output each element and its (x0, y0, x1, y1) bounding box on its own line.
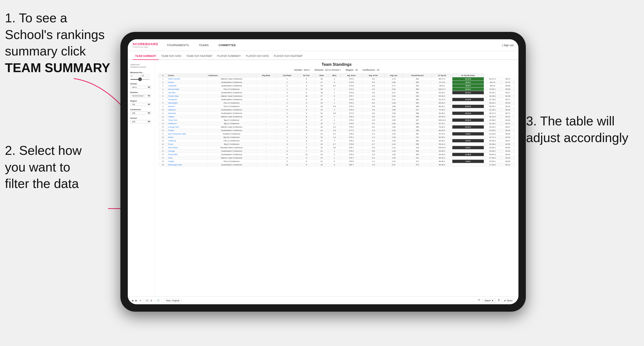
cell-school[interactable]: Vanderbilt (167, 84, 207, 88)
cell-data: 104-42-3 (432, 119, 452, 122)
cell-data: 82-25-1 (432, 136, 452, 139)
cell-data: - (256, 163, 276, 167)
table-row: 5Ole MissSoutheastern Conference-3618127… (159, 91, 515, 94)
cell-school[interactable]: New Mexico (167, 146, 207, 150)
toolbar-right: 👁 Watch ▼ ⊞ ⬈ Share (478, 299, 515, 303)
table-area: Team Standings Gender: Men's Division: N… (155, 60, 518, 296)
cell-data: 2 (328, 122, 340, 125)
nav-tournaments[interactable]: TOURNAMENTS (166, 44, 190, 47)
school-select[interactable]: (All) (130, 120, 151, 123)
sub-nav: TEAM SUMMARY TEAM H2H GRID TEAM H2H HEAT… (128, 51, 518, 60)
cell-school[interactable]: Washington (167, 101, 207, 105)
cell-data: 1 (328, 115, 340, 119)
view-original-button[interactable]: View: Original (164, 299, 182, 303)
cell-school[interactable]: Tennessee (167, 98, 207, 101)
tab-player-h2h-grid[interactable]: PLAYER H2H GRID (244, 55, 272, 60)
rpi-range-slider[interactable] (130, 79, 150, 80)
col-conference[interactable]: Conference (207, 74, 256, 77)
forward-icon[interactable]: ▶ (136, 299, 137, 302)
cell-school[interactable]: Oklahoma (167, 122, 207, 125)
col-reg-rank[interactable]: Reg Rank (256, 74, 276, 77)
grid-icon[interactable]: ⊞ (498, 299, 500, 303)
col-adj-score[interactable]: Adj. Score (340, 74, 362, 77)
col-rank[interactable]: # (159, 74, 167, 77)
col-school[interactable]: School (167, 74, 207, 77)
cell-school[interactable]: Florida (167, 129, 207, 132)
cell-school[interactable]: East Tennessee State (167, 132, 207, 136)
cell-data: 262 (403, 77, 432, 81)
cell-school[interactable]: Georgia Tech (167, 125, 207, 129)
gender-select[interactable]: Men's (130, 86, 151, 89)
sign-out[interactable]: | Sign out (502, 44, 514, 47)
cell-data: 275.7 (340, 94, 362, 98)
col-vs-top25[interactable]: Vs Top 25 (432, 74, 452, 77)
cell-school[interactable]: Auburn (167, 81, 207, 84)
filter-region: Region N/A (130, 100, 152, 106)
col-rnds[interactable]: Rnds (315, 74, 328, 77)
cell-data: 61-21-0 (432, 98, 452, 101)
eye-icon[interactable]: 👁 (478, 299, 480, 303)
cell-school[interactable]: Ole Miss (167, 91, 207, 94)
tab-player-summary[interactable]: PLAYER SUMMARY (215, 55, 244, 60)
col-overall[interactable]: Overall Record (403, 74, 432, 77)
cell-school[interactable]: Alabama (167, 108, 207, 112)
cell-school[interactable]: Arkansas (167, 112, 207, 115)
cell-school[interactable]: Arizona (167, 105, 207, 108)
tab-team-summary[interactable]: TEAM SUMMARY (133, 55, 159, 60)
max-rpi-input[interactable] (141, 74, 150, 77)
col-vs-top50[interactable]: Vs Top 50 Points (452, 74, 484, 77)
refresh-icon[interactable]: ↺ (139, 299, 141, 302)
cell-school[interactable]: Texas (167, 143, 207, 146)
col-wins[interactable]: Wins (328, 74, 340, 77)
col-avg-to-par[interactable]: Avg. to Par (362, 74, 384, 77)
share-icon[interactable]: ⬜ (146, 299, 148, 302)
cell-data: 20 (315, 143, 328, 146)
table-row: 7TennesseeSoutheastern Conference-481622… (159, 98, 515, 101)
cell-data: - (256, 125, 276, 129)
share-button[interactable]: ⬈ Share (502, 299, 515, 303)
tab-team-h2h-grid[interactable]: TEAM H2H GRID (159, 55, 184, 60)
col-conf-rank[interactable]: Conf Rank (276, 74, 298, 77)
cell-data: 8 (298, 108, 315, 112)
tab-player-h2h-heatmap[interactable]: PLAYER H2H HEATMAP (271, 55, 305, 60)
cell-data: -4.4 (362, 94, 384, 98)
cell-data: 221 (403, 156, 432, 160)
cell-data: 4.2 (328, 125, 340, 129)
cell-school[interactable]: Texas Tech (167, 119, 207, 122)
cell-school[interactable]: Illinois (167, 136, 207, 139)
col-no-tour[interactable]: No Tour (298, 74, 315, 77)
col-avg-low[interactable]: Avg Low (384, 74, 403, 77)
cell-school[interactable]: Duke (167, 156, 207, 160)
division-select[interactable]: NCAA Division I (130, 94, 151, 97)
cell-data: 27 (315, 119, 328, 122)
cell-school[interactable]: Florida State (167, 94, 207, 98)
instruction-3: 3. The table will adjust accordingly (526, 113, 639, 146)
cell-school[interactable]: Virginia (167, 115, 207, 119)
cell-school[interactable]: North Carolina (167, 77, 207, 81)
cell-data: Big Ten Conference (207, 136, 256, 139)
cell-school[interactable]: Mississippi State (167, 163, 207, 167)
cell-data: 39-23-1 (484, 105, 501, 108)
clock-icon[interactable]: 🕐 (156, 299, 160, 302)
cell-data: 278.2 (340, 139, 362, 143)
cell-school[interactable]: Texas A&M (167, 153, 207, 156)
cell-school[interactable]: Oregon (167, 160, 207, 163)
add-tab-icon[interactable]: ⊕ (150, 299, 152, 302)
cell-school[interactable]: California (167, 139, 207, 143)
min-rpi-input[interactable] (130, 74, 139, 77)
watch-button[interactable]: Watch ▼ (482, 299, 496, 303)
cell-data: 82.39 (501, 94, 515, 98)
cell-school[interactable]: Arizona State (167, 88, 207, 91)
tab-team-h2h-heatmap[interactable]: TEAM H2H HEATMAP (184, 55, 215, 60)
cell-data: 80.84 (501, 146, 515, 150)
conference-select[interactable]: (All) (130, 111, 151, 115)
table-row: 16FloridaSoutheastern Conference-79242.9… (159, 129, 515, 132)
table-row: 20TexasBig 12 Conference-37200.7276.8-0.… (159, 143, 515, 146)
back-icon[interactable]: ◀ (132, 299, 134, 302)
nav-committee[interactable]: COMMITTEE (218, 44, 237, 47)
region-select[interactable]: N/A (130, 103, 151, 106)
cell-school[interactable]: Georgia (167, 150, 207, 153)
nav-teams[interactable]: TEAMS (198, 44, 210, 47)
cell-data: 29-20-1 (484, 146, 501, 150)
cell-data: 2 (328, 119, 340, 122)
